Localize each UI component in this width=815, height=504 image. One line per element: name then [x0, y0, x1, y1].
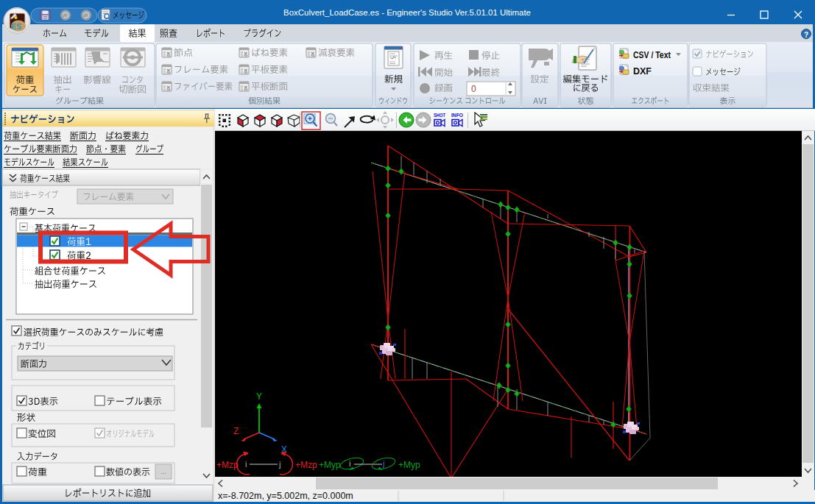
svg-text:Y: Y [256, 391, 262, 402]
svg-text:...: ... [160, 468, 166, 475]
svg-text:j: j [382, 459, 384, 468]
svg-text:x=-8.702m, y=5.002m, z=0.000m: x=-8.702m, y=5.002m, z=0.000m [218, 491, 353, 501]
svg-text:BoxCulvert_LoadCase.es - Engin: BoxCulvert_LoadCase.es - Engineer's Stud… [283, 8, 531, 17]
svg-text:0: 0 [471, 84, 476, 94]
svg-text:+Myp: +Myp [319, 460, 341, 470]
svg-text:INFO: INFO [451, 112, 463, 118]
svg-text:+Mzp: +Mzp [216, 460, 239, 470]
svg-text:+Myp: +Myp [398, 460, 420, 470]
svg-text:j: j [278, 460, 281, 469]
svg-text:i: i [349, 459, 350, 468]
svg-text:?: ? [804, 31, 808, 39]
svg-text:Z: Z [233, 426, 239, 436]
svg-text:CSV / Text: CSV / Text [633, 50, 671, 60]
svg-text:+Mzp: +Mzp [295, 460, 317, 470]
svg-text:DXF: DXF [633, 66, 652, 77]
svg-text:i: i [245, 460, 247, 469]
svg-text:SHOT: SHOT [434, 112, 445, 118]
